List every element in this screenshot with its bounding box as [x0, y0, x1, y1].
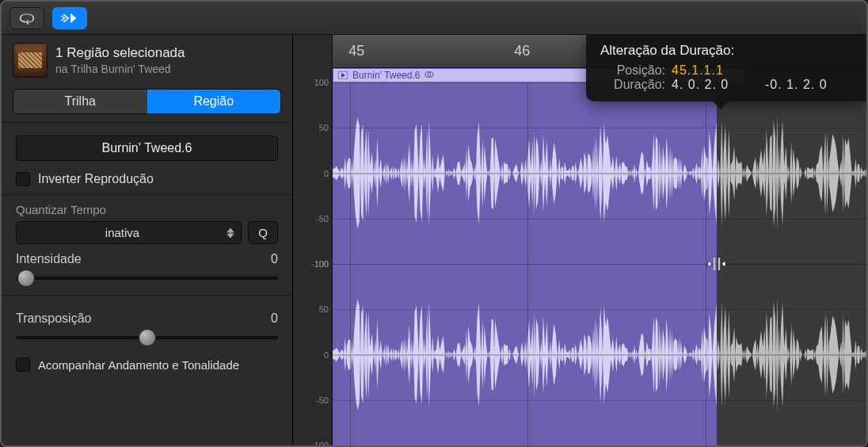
track-icon: [13, 43, 48, 78]
transpose-slider[interactable]: [16, 329, 278, 346]
follow-tempo-label: Acompanhar Andamento e Tonalidade: [38, 358, 239, 372]
main-area: 1 Região selecionada na Trilha Burnin' T…: [2, 35, 866, 445]
inspector-header: 1 Região selecionada na Trilha Burnin' T…: [2, 35, 292, 86]
transpose-value[interactable]: 0: [271, 311, 278, 326]
play-icon: [338, 71, 348, 79]
bar-gridline: [527, 68, 528, 445]
cycle-icon: [18, 11, 36, 25]
quantize-select[interactable]: inativa: [16, 221, 242, 244]
inspector-subtitle: na Trilha Burnin' Tweed: [55, 63, 185, 75]
tab-region[interactable]: Região: [147, 90, 281, 113]
bar-number: 46: [514, 43, 530, 59]
transpose-label: Transposição: [16, 311, 91, 326]
strength-value[interactable]: 0: [271, 252, 278, 266]
tooltip-title: Alteração da Duração:: [600, 43, 852, 59]
strength-slider[interactable]: [16, 269, 278, 287]
amplitude-tick: -100: [311, 441, 329, 445]
tooltip-duration-delta: -0. 1. 2. 0: [765, 78, 852, 92]
amplitude-ruler: 100500-50-100100500-50-100: [293, 35, 333, 445]
quantize-apply-button[interactable]: Q: [248, 221, 278, 244]
quantize-label: Quantizar Tempo: [16, 203, 278, 216]
tab-track[interactable]: Trilha: [13, 90, 147, 113]
stereo-icon: [424, 70, 434, 81]
amplitude-tick: 100: [314, 78, 329, 87]
audio-editor[interactable]: 100500-50-100100500-50-100 454647 Burnin…: [293, 35, 866, 445]
transpose-panel: Transposição 0 Acompanhar Andamento e To…: [2, 295, 292, 380]
resize-cursor-icon: [706, 254, 728, 273]
amplitude-tick: 50: [319, 123, 329, 132]
tooltip-position-label: Posição:: [600, 63, 665, 78]
strength-label: Intensidade: [16, 252, 82, 266]
catch-playhead-button[interactable]: [52, 7, 87, 29]
reverse-label: Inverter Reprodução: [38, 172, 154, 186]
tooltip-duration-label: Duração:: [600, 78, 665, 92]
bar-gridline: [350, 68, 351, 445]
amplitude-tick: 50: [319, 304, 329, 314]
top-toolbar: [2, 2, 866, 35]
region-resize-handle[interactable]: [706, 254, 728, 273]
amplitude-tick: -50: [316, 214, 329, 224]
region-clip-name: Burnin' Tweed.6: [352, 70, 420, 81]
bar-number: 45: [348, 43, 364, 59]
amplitude-tick: 0: [324, 350, 329, 360]
catch-playhead-icon: [61, 11, 78, 25]
amplitude-tick: 0: [324, 169, 329, 178]
cycle-button[interactable]: [10, 7, 44, 29]
quantize-value: inativa: [105, 226, 139, 239]
follow-tempo-checkbox[interactable]: [16, 357, 30, 372]
inspector-tabs: Trilha Região: [13, 89, 281, 114]
tooltip-duration-value: 4. 0. 2. 0: [672, 78, 759, 92]
amplitude-tick: -50: [316, 395, 329, 405]
region-panel-1: Burnin' Tweed.6 Inverter Reprodução: [2, 122, 292, 194]
quantize-panel: Quantizar Tempo inativa Q Intensidade 0: [2, 194, 292, 295]
amplitude-tick: 100: [314, 259, 329, 269]
app-window: 1 Região selecionada na Trilha Burnin' T…: [0, 0, 868, 447]
chevron-updown-icon: [227, 227, 234, 238]
tooltip-position-value: 45.1.1.1: [672, 63, 759, 78]
region-inspector: 1 Região selecionada na Trilha Burnin' T…: [2, 35, 293, 445]
region-name-field[interactable]: Burnin' Tweed.6: [16, 136, 278, 161]
reverse-checkbox[interactable]: [16, 172, 30, 186]
length-change-tooltip: Alteração da Duração: Posição: 45.1.1.1 …: [586, 35, 866, 101]
inspector-title: 1 Região selecionada: [55, 45, 185, 61]
